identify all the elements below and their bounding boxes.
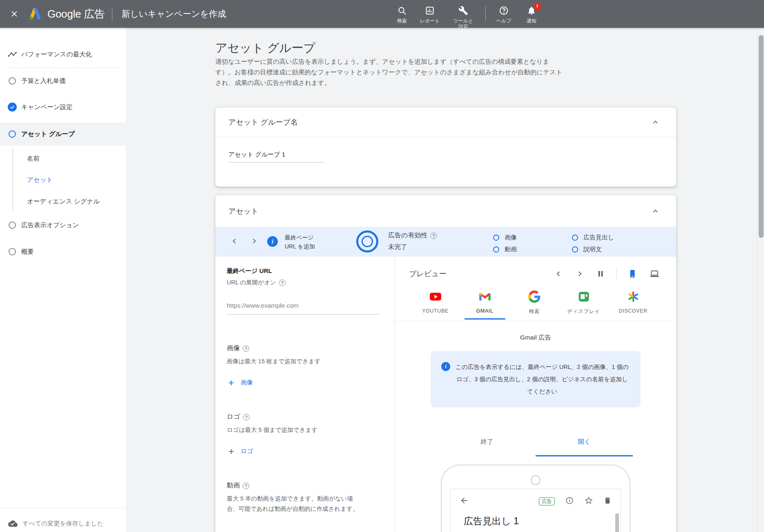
display-icon <box>578 290 590 303</box>
preview-column: プレビュー <box>395 257 676 532</box>
gmail-state-tabs: 終了 開く <box>438 438 633 456</box>
controls-divider <box>616 268 617 279</box>
asset-group-name-input[interactable] <box>228 150 325 163</box>
sidebar-step-summary[interactable]: 概要 <box>0 246 126 258</box>
tab-youtube[interactable]: YOUTUBE <box>411 290 460 321</box>
tab-search[interactable]: 検索 <box>509 290 559 321</box>
product-name: Google 広告 <box>47 7 105 21</box>
performance-trend-icon <box>7 49 17 59</box>
close-button[interactable] <box>7 7 21 21</box>
topbar-left: Google 広告 新しいキャンペーンを作成 <box>0 0 226 28</box>
logo-section-label: ロゴ ? <box>227 413 382 421</box>
image-section-label: 画像 ? <box>227 344 382 353</box>
collapse-name-card-button[interactable] <box>649 116 661 128</box>
bell-icon: ! <box>527 5 536 16</box>
cloud-saved-icon <box>8 519 18 528</box>
radio-circle-icon <box>493 246 499 253</box>
chevron-right-icon <box>575 269 584 278</box>
name-card-title: アセット グループ名 <box>228 117 298 127</box>
pause-icon <box>596 270 605 278</box>
help-icon[interactable]: ? <box>430 232 437 239</box>
sidebar-subitem-assets[interactable]: アセット <box>27 174 53 186</box>
preview-pause-button[interactable] <box>596 269 605 279</box>
radio-circle-icon <box>493 235 499 241</box>
add-logo-button[interactable]: ロゴ <box>227 447 254 456</box>
substeps-guide-line <box>12 148 13 212</box>
nav-reports[interactable]: レポート <box>416 0 444 24</box>
sidebar-step-campaign-settings[interactable]: キャンペーン設定 <box>0 101 126 113</box>
nav-help[interactable]: ヘルプ <box>490 0 518 24</box>
phone-mockup: 広告 <box>441 465 630 532</box>
ad-strength-block: 広告の有効性 ? 未完了 <box>388 231 437 251</box>
info-outline-icon[interactable] <box>565 496 574 507</box>
requirements-info-box: i この広告を表示するには、最終ページ URL、2 個の画像、1 個のロゴ、3 … <box>431 351 641 407</box>
add-image-button[interactable]: 画像 <box>227 378 254 387</box>
sidebar-subitem-name[interactable]: 名前 <box>27 152 40 165</box>
sidebar-step-ad-extensions[interactable]: 広告表示オプション <box>0 219 126 231</box>
sidebar-subitem-audience-signal[interactable]: オーディエンス シグナル <box>27 195 100 208</box>
campaign-flow-title: 新しいキャンペーンを作成 <box>121 8 226 20</box>
nav-divider <box>485 6 486 21</box>
asset-form-column: 最終ページ URL URL の展開がオン ? 画像 ? 画像は最大 15 枚まで… <box>215 257 395 532</box>
sidebar-item-performance-max[interactable]: パフォーマンスの最大化 <box>0 48 126 60</box>
main-content: アセット グループ 適切なユーザーに質の高い広告を表示しましょう。まず、アセット… <box>126 28 757 532</box>
channel-tabs: YOUTUBE <box>395 290 676 321</box>
image-section-hint: 画像は最大 15 枚まで追加できます <box>227 356 364 367</box>
plus-icon <box>228 448 235 455</box>
step-done-icon <box>8 103 17 112</box>
tab-discover[interactable]: DISCOVER <box>608 290 658 321</box>
video-section-hint: 最大 5 本の動画を追加できます。動画がない場合、可能であれば動画が自動的に作成… <box>227 494 364 514</box>
radio-circle-icon <box>572 246 578 253</box>
nav-search[interactable]: 検索 <box>388 0 416 24</box>
info-icon: i <box>267 236 278 247</box>
preview-title: プレビュー <box>409 269 447 279</box>
banner-prev-button[interactable] <box>230 237 239 246</box>
star-icon[interactable] <box>584 496 593 507</box>
check-image: 画像 <box>493 234 517 241</box>
tab-display[interactable]: ディスプレイ <box>559 290 608 321</box>
page-title: アセット グループ <box>215 40 315 56</box>
plus-icon <box>228 379 235 387</box>
check-headline: 広告見出し <box>572 234 614 241</box>
page-description: 適切なユーザーに質の高い広告を表示しましょう。まず、アセットを追加します（すべて… <box>215 56 565 88</box>
chevron-left-icon <box>230 237 239 246</box>
help-icon[interactable]: ? <box>243 483 249 489</box>
chevron-right-icon <box>250 237 259 246</box>
preview-prev-button[interactable] <box>553 268 564 279</box>
nav-notifications[interactable]: ! 通知 <box>518 0 545 24</box>
laptop-icon <box>649 269 660 279</box>
tab-collapsed[interactable]: 終了 <box>438 438 536 456</box>
final-url-input[interactable] <box>227 300 380 315</box>
scrollbar-thumb[interactable] <box>759 35 764 238</box>
banner-next-button[interactable] <box>250 237 259 246</box>
topbar: Google 広告 新しいキャンペーンを作成 検索 <box>0 0 764 28</box>
desktop-view-button[interactable] <box>648 268 661 279</box>
tab-opened[interactable]: 開く <box>536 438 633 456</box>
sidebar-step-budget[interactable]: 予算と入札単価 <box>0 75 126 87</box>
google-ads-logo-icon <box>28 7 42 21</box>
phone-scrollbar[interactable] <box>615 514 619 532</box>
ad-strength-status: 未完了 <box>388 243 437 251</box>
nav-tools-settings[interactable]: ツールと設定 <box>444 0 483 28</box>
smartphone-icon <box>628 269 637 279</box>
help-icon[interactable]: ? <box>279 279 286 286</box>
back-arrow-icon[interactable] <box>460 496 469 507</box>
ad-headline-preview: 広告見出し 1 <box>464 515 621 528</box>
trash-icon[interactable] <box>603 496 612 506</box>
preview-next-button[interactable] <box>574 268 585 279</box>
google-ads-campaign-screen: Google 広告 新しいキャンペーンを作成 検索 <box>0 0 764 532</box>
ad-strength-gauge <box>356 230 378 253</box>
collapse-asset-card-button[interactable] <box>649 205 661 217</box>
mobile-view-button[interactable] <box>627 268 638 279</box>
sidebar-step-asset-group[interactable]: アセット グループ <box>0 128 126 140</box>
tab-gmail[interactable]: GMAIL <box>460 290 509 321</box>
final-url-label: 最終ページ URL <box>227 267 382 275</box>
chevron-left-icon <box>554 269 563 278</box>
topbar-nav: 検索 レポート ツール <box>388 0 545 28</box>
help-icon[interactable]: ? <box>243 345 249 352</box>
step-todo-icon <box>9 221 16 229</box>
page-scrollbar[interactable] <box>757 28 764 532</box>
chevron-up-icon <box>651 207 660 216</box>
help-icon[interactable]: ? <box>243 414 250 420</box>
step-sidebar: パフォーマンスの最大化 予算と入札単価 キャンペーン設定 アセット グループ 名… <box>0 28 126 532</box>
